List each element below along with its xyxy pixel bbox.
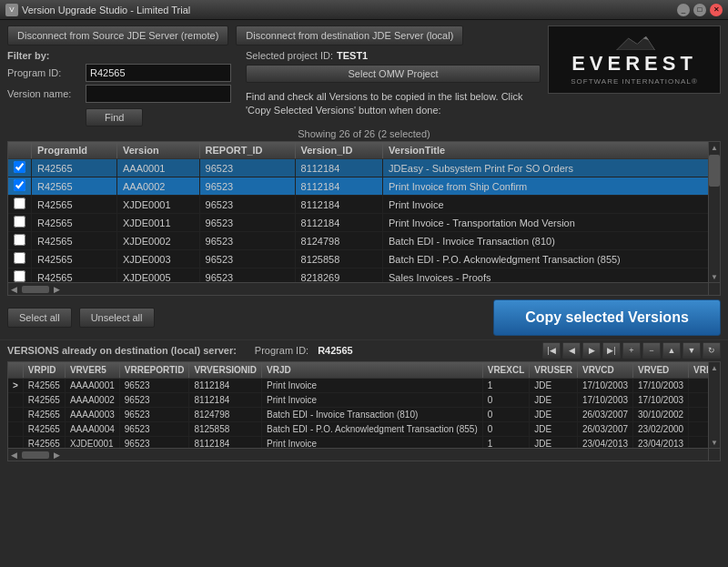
dest-row-vrver5: AAAA0002 (65, 393, 119, 408)
nav-next-button[interactable]: ▶ (582, 342, 601, 359)
dest-col-vrjd: VRJD (262, 362, 483, 379)
version-name-input[interactable] (86, 85, 231, 103)
scroll-thumb[interactable] (22, 286, 49, 293)
row-checkbox[interactable] (14, 216, 25, 228)
table-row[interactable]: R42565 XJDE0001 96523 8112184 Print Invo… (8, 196, 720, 214)
dest-horizontal-scrollbar[interactable]: ◀ ▶ (8, 448, 708, 461)
col-version: Version (116, 142, 199, 159)
table-row[interactable]: R42565 XJDE0002 96523 8124798 Batch EDI … (8, 232, 720, 250)
dest-table-row[interactable]: > R42565 AAAA0001 96523 8112184 Print In… (8, 379, 720, 393)
nav-prev-button[interactable]: ◀ (562, 342, 581, 359)
row-checkbox-cell[interactable] (8, 159, 32, 177)
nav-last-button[interactable]: ▶| (602, 342, 621, 359)
dest-col-vrvcd: VRVCD (577, 362, 632, 379)
dest-row-vruser: JDE (530, 393, 578, 408)
table-row[interactable]: R42565 AAA0002 96523 8112184 Print Invoi… (8, 177, 720, 196)
row-versionid: 8112184 (295, 159, 383, 177)
row-reportid: 96523 (199, 250, 295, 268)
row-programid: R42565 (32, 232, 117, 250)
row-checkbox[interactable] (14, 234, 25, 246)
dest-row-arrow (8, 408, 23, 422)
dest-row-vrexcl: 0 (482, 408, 530, 422)
row-versionid: 8112184 (295, 177, 383, 196)
dest-row-arrow (8, 393, 23, 408)
vertical-scrollbar[interactable]: ▲ ▼ (708, 142, 720, 282)
nav-controls: |◀ ◀ ▶ ▶| + − ▲ ▼ ↻ (542, 342, 721, 359)
dest-row-vrreportid: 96523 (119, 408, 189, 422)
dest-col-vrversionid: VRVERSIONID (189, 362, 262, 379)
scroll-right-arrow[interactable]: ▶ (51, 285, 63, 294)
row-checkbox-cell[interactable] (8, 250, 32, 268)
dest-col-vrreportid: VRREPORTID (119, 362, 189, 379)
row-programid: R42565 (32, 159, 117, 177)
scroll-left-arrow[interactable]: ◀ (8, 285, 20, 294)
row-checkbox[interactable] (14, 161, 25, 173)
table-row[interactable]: R42565 XJDE0011 96523 8112184 Print Invo… (8, 214, 720, 232)
row-version: XJDE0001 (116, 196, 199, 214)
row-version: XJDE0011 (116, 214, 199, 232)
row-checkbox[interactable] (14, 270, 25, 282)
nav-refresh-button[interactable]: ↻ (703, 342, 721, 359)
dest-table-row[interactable]: R42565 AAAA0004 96523 8125858 Batch EDI … (8, 422, 720, 437)
dest-row-vrversionid: 8124798 (189, 408, 262, 422)
nav-down-button[interactable]: ▼ (682, 342, 701, 359)
row-checkbox[interactable] (14, 252, 25, 264)
dest-row-vrpid: R42565 (23, 379, 65, 393)
program-id-input[interactable] (86, 64, 231, 82)
row-checkbox[interactable] (14, 197, 25, 209)
title-bar: V Version Upgrade Studio - Limited Trial… (0, 0, 728, 20)
row-version: AAA0002 (116, 177, 199, 196)
close-button[interactable]: ✕ (710, 4, 723, 16)
project-id-value: TEST1 (337, 50, 368, 61)
dest-scroll-thumb[interactable] (22, 451, 49, 459)
disconnect-source-button[interactable]: Disconnect from Source JDE Server (remot… (7, 25, 228, 46)
row-reportid: 96523 (199, 232, 295, 250)
nav-minus-button[interactable]: − (642, 342, 661, 359)
select-omw-button[interactable]: Select OMW Project (246, 65, 541, 83)
row-version: XJDE0003 (116, 250, 199, 268)
dest-col-vrved: VRVED (633, 362, 689, 379)
dest-scroll-left-arrow[interactable]: ◀ (8, 451, 20, 460)
dest-row-vrexcl: 0 (482, 393, 530, 408)
row-versionid: 8112184 (295, 214, 383, 232)
dest-col-vrpid: VRPID (23, 362, 65, 379)
dest-table: VRPID VRVER5 VRREPORTID VRVERSIONID VRJD… (8, 362, 720, 451)
row-checkbox-cell[interactable] (8, 177, 32, 196)
svg-marker-1 (617, 36, 655, 50)
dest-row-vrpid: R42565 (23, 408, 65, 422)
nav-up-button[interactable]: ▲ (662, 342, 681, 359)
row-checkbox-cell[interactable] (8, 214, 32, 232)
nav-first-button[interactable]: |◀ (542, 342, 561, 359)
copy-selected-button[interactable]: Copy selected Versions (493, 299, 721, 336)
dest-row-vruser: JDE (530, 422, 578, 437)
row-title: Batch EDI - P.O. Acknowledgment Transact… (383, 250, 720, 268)
row-version: AAA0001 (116, 159, 199, 177)
dest-row-vrversionid: 8125858 (189, 422, 262, 437)
dest-row-vrjd: Batch EDI - P.O. Acknowledgment Transact… (262, 422, 483, 437)
minimize-button[interactable]: _ (677, 4, 690, 16)
dest-table-row[interactable]: R42565 AAAA0002 96523 8112184 Print Invo… (8, 393, 720, 408)
select-all-button[interactable]: Select all (7, 308, 72, 328)
maximize-button[interactable]: □ (693, 4, 706, 16)
row-checkbox[interactable] (14, 179, 25, 191)
table-row[interactable]: R42565 XJDE0003 96523 8125858 Batch EDI … (8, 250, 720, 268)
dest-scroll-right-arrow[interactable]: ▶ (51, 451, 63, 460)
showing-label: Showing 26 of 26 (2 selected) (0, 127, 728, 141)
version-name-label: Version name: (7, 88, 82, 99)
filter-by-label: Filter by: (7, 50, 231, 61)
project-label: Selected project ID: (246, 50, 333, 61)
dest-vertical-scrollbar[interactable]: ▲ ▼ (708, 362, 720, 448)
horizontal-scrollbar[interactable]: ◀ ▶ (8, 282, 708, 295)
table-row[interactable]: R42565 AAA0001 96523 8112184 JDEasy - Su… (8, 159, 720, 177)
disconnect-dest-button[interactable]: Disconnect from destination JDE Server (… (236, 25, 463, 46)
dest-table-row[interactable]: R42565 AAAA0003 96523 8124798 Batch EDI … (8, 408, 720, 422)
dest-row-vrreportid: 96523 (119, 379, 189, 393)
row-reportid: 96523 (199, 214, 295, 232)
dest-program-id-value: R42565 (318, 345, 353, 356)
nav-add-button[interactable]: + (622, 342, 641, 359)
find-button[interactable]: Find (86, 108, 143, 127)
row-checkbox-cell[interactable] (8, 196, 32, 214)
unselect-all-button[interactable]: Unselect all (79, 308, 155, 328)
row-checkbox-cell[interactable] (8, 232, 32, 250)
dest-row-vrved: 17/10/2003 (633, 379, 689, 393)
